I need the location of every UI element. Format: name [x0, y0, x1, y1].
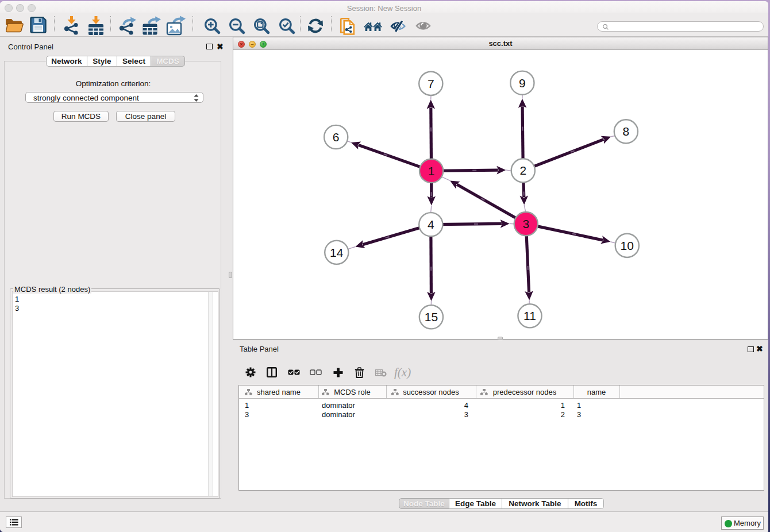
svg-text:11: 11: [523, 309, 536, 322]
svg-text:7: 7: [428, 77, 434, 90]
svg-text:8: 8: [623, 125, 630, 138]
svg-text:15: 15: [425, 310, 438, 323]
svg-text:4: 4: [428, 218, 434, 231]
svg-text:1: 1: [428, 164, 435, 178]
svg-text:2: 2: [519, 164, 526, 177]
svg-text:3: 3: [522, 217, 529, 230]
svg-text:10: 10: [621, 239, 634, 252]
svg-text:9: 9: [519, 76, 526, 90]
svg-text:6: 6: [333, 130, 340, 144]
svg-text:14: 14: [330, 246, 344, 259]
